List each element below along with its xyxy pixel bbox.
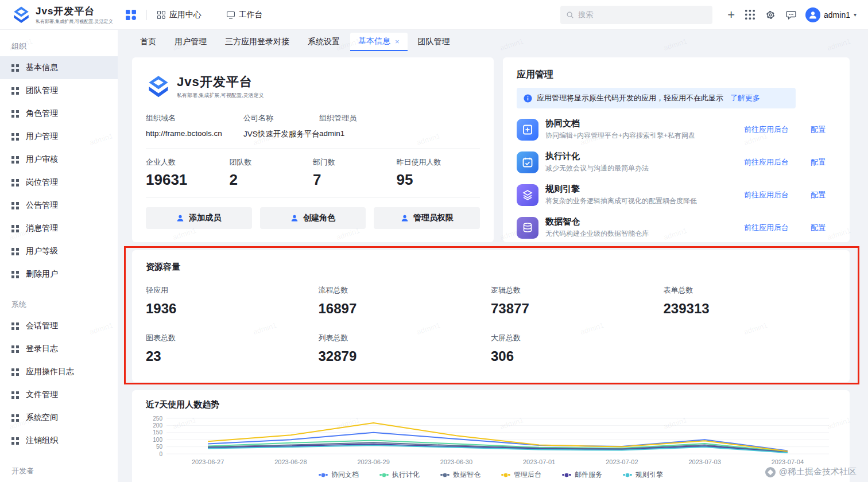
sidebar-item-deregister-org[interactable]: 注销组织	[0, 429, 118, 452]
sidebar-item-label: 系统空间	[26, 413, 58, 423]
sidebar-item-announcement-mgmt[interactable]: 公告管理	[0, 194, 118, 217]
grid-icon	[11, 414, 19, 422]
search-icon	[566, 11, 574, 19]
config-link[interactable]: 配置	[811, 125, 826, 135]
sidebar-item-message-mgmt[interactable]: 消息管理	[0, 217, 118, 240]
sidebar-item-position-mgmt[interactable]: 岗位管理	[0, 171, 118, 194]
nav-app-center[interactable]: 应用中心	[157, 10, 202, 20]
sidebar-item-team-mgmt[interactable]: 团队管理	[0, 79, 118, 102]
field-value: admin1	[319, 129, 480, 138]
org-logo: Jvs开发平台 私有部署,集成扩展,可视配置,灵活定义	[146, 73, 480, 99]
main-layout: 组织 基本信息 团队管理 角色管理 用户管理 用户审核 岗位管理 公告管理 消息…	[0, 30, 868, 482]
legend-item[interactable]: 执行计化	[379, 470, 420, 480]
res-label: 图表总数	[146, 333, 319, 343]
tab-close-icon[interactable]: ×	[395, 38, 400, 45]
settings-gear-icon[interactable]	[765, 10, 776, 20]
sidebar-item-label: 角色管理	[26, 108, 58, 119]
svg-text:100: 100	[153, 437, 162, 443]
sidebar-item-file-mgmt[interactable]: 文件管理	[0, 383, 118, 406]
go-backend-link[interactable]: 前往应用后台	[744, 157, 789, 168]
tab-team-mgmt[interactable]: 团队管理	[410, 33, 458, 50]
admin-permission-button[interactable]: 管理员权限	[374, 207, 480, 229]
res-label: 表单总数	[664, 285, 836, 296]
sidebar-item-user-review[interactable]: 用户审核	[0, 148, 118, 171]
data-warehouse-icon	[517, 217, 538, 239]
tab-user-mgmt[interactable]: 用户管理	[166, 33, 215, 50]
sidebar-item-login-log[interactable]: 登录日志	[0, 337, 118, 360]
search-box[interactable]	[560, 6, 712, 24]
sidebar-section-developer: 开发者	[0, 460, 118, 481]
grid-icon	[11, 202, 19, 209]
add-member-button[interactable]: 添加成员	[146, 207, 252, 229]
sidebar-item-app-operation-log[interactable]: 应用操作日志	[0, 360, 118, 383]
tab-home[interactable]: 首页	[132, 33, 164, 50]
go-backend-link[interactable]: 前往应用后台	[744, 125, 789, 135]
notice-text: 应用管理将显示原生代码开发的应用，轻应用不在此显示	[537, 93, 723, 103]
resource-capacity-card: 资源容量 轻应用1936 流程总数16897 逻辑总数73877 表单总数239…	[132, 250, 850, 382]
tab-third-party-login[interactable]: 三方应用登录对接	[217, 33, 297, 50]
field-org-domain: 组织域名 http://frame.bctools.cn	[146, 113, 243, 139]
info-icon	[524, 94, 532, 103]
search-input[interactable]	[578, 10, 707, 19]
sidebar-item-role-mgmt[interactable]: 角色管理	[0, 102, 118, 125]
logo-icon	[11, 5, 31, 25]
person-icon	[176, 214, 184, 222]
sidebar-item-user-mgmt[interactable]: 用户管理	[0, 125, 118, 148]
add-icon[interactable]: +	[727, 9, 735, 21]
nav-workbench-label: 工作台	[239, 10, 263, 20]
grid-icon	[11, 179, 19, 186]
resource-capacity-title: 资源容量	[146, 262, 836, 273]
config-link[interactable]: 配置	[811, 190, 826, 200]
sidebar-item-session-mgmt[interactable]: 会话管理	[0, 314, 118, 337]
legend-item[interactable]: 管理后台	[501, 470, 541, 480]
learn-more-link[interactable]: 了解更多	[730, 93, 760, 103]
grid-icon	[11, 87, 19, 95]
legend-item[interactable]: 规则引擎	[623, 470, 663, 480]
sidebar-item-label: 消息管理	[26, 223, 58, 234]
org-logo-text: Jvs开发平台 私有部署,集成扩展,可视配置,灵活定义	[177, 73, 264, 99]
legend-marker	[501, 474, 510, 476]
app-name: 协同文档	[545, 118, 731, 129]
create-role-button[interactable]: 创建角色	[260, 207, 366, 229]
logo-text: Jvs开发平台 私有部署,集成扩展,可视配置,灵活定义	[36, 5, 113, 25]
tab-basic-info[interactable]: 基本信息×	[350, 33, 408, 51]
app-logo[interactable]: Jvs开发平台 私有部署,集成扩展,可视配置,灵活定义	[11, 5, 113, 25]
sidebar-item-label: 用户等级	[26, 246, 58, 256]
legend-item[interactable]: 邮件服务	[562, 470, 602, 480]
sidebar-section-system: 系统	[0, 294, 118, 314]
button-label: 创建角色	[303, 213, 335, 223]
go-backend-link[interactable]: 前往应用后台	[744, 190, 789, 200]
sidebar-item-user-level[interactable]: 用户等级	[0, 240, 118, 263]
stat-label: 部门数	[313, 157, 397, 168]
legend-label: 协同文档	[331, 470, 359, 480]
app-info: 数据智仓 无代码构建企业级的数据智能仓库	[545, 216, 731, 239]
res-label: 流程总数	[319, 285, 491, 296]
message-icon[interactable]	[786, 10, 796, 20]
app-name: 规则引擎	[545, 184, 731, 195]
sidebar-item-system-space[interactable]: 系统空间	[0, 406, 118, 429]
user-menu[interactable]: admin1 ▾	[805, 7, 857, 22]
config-link[interactable]: 配置	[811, 157, 826, 168]
sidebar-item-delete-user[interactable]: 删除用户	[0, 263, 118, 286]
sidebar-item-label: 团队管理	[26, 85, 58, 96]
go-backend-link[interactable]: 前往应用后台	[744, 223, 789, 233]
stat-enterprise-people: 企业人数 19631	[146, 157, 230, 189]
field-label: 组织域名	[146, 113, 243, 123]
legend-item[interactable]: 协同文档	[319, 470, 359, 480]
sidebar-item-basic-info[interactable]: 基本信息	[0, 56, 118, 79]
apps-menu-icon[interactable]	[745, 10, 755, 20]
usage-trend-title: 近7天使用人数趋势	[146, 399, 836, 410]
stat-value: 19631	[146, 171, 230, 189]
res-value: 32879	[319, 348, 491, 364]
app-info: 协同文档 协同编辑+内容管理平台+内容搜索引擎+私有网盘	[545, 118, 731, 141]
nav-workbench[interactable]: 工作台	[227, 10, 263, 20]
res-label: 逻辑总数	[491, 285, 664, 296]
sidebar-item-label: 登录日志	[26, 344, 58, 354]
config-link[interactable]: 配置	[811, 223, 826, 233]
workspace-grid-icon[interactable]	[126, 10, 136, 20]
divider	[146, 197, 480, 198]
tab-system-settings[interactable]: 系统设置	[300, 33, 348, 50]
stat-yesterday-users: 昨日使用人数 95	[397, 157, 480, 189]
field-label: 组织管理员	[319, 113, 480, 123]
legend-item[interactable]: 数据智仓	[440, 470, 480, 480]
